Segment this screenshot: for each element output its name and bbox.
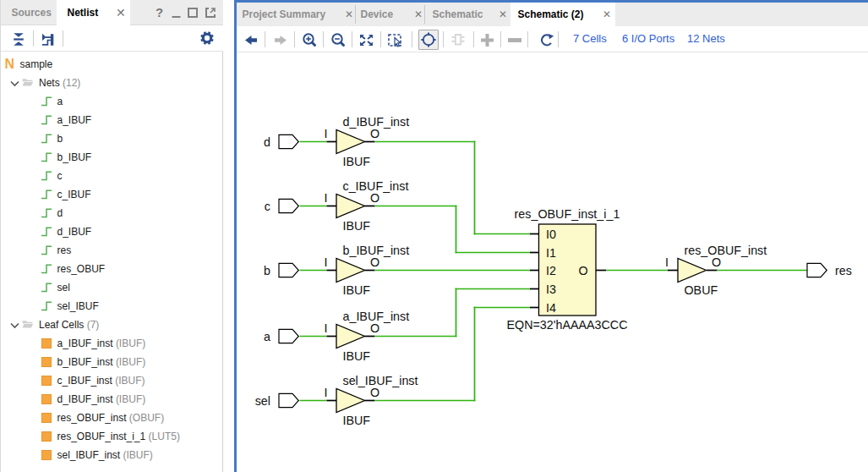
svg-text:IBUF: IBUF	[343, 414, 371, 427]
svg-text:I2: I2	[546, 264, 556, 277]
svg-text:O: O	[370, 386, 379, 399]
svg-text:c: c	[265, 200, 270, 213]
svg-text:OBUF: OBUF	[685, 283, 718, 297]
svg-text:res: res	[835, 264, 852, 277]
svg-text:I: I	[324, 386, 327, 399]
svg-text:O: O	[370, 127, 379, 140]
svg-text:O: O	[370, 321, 379, 335]
svg-text:a_IBUF_inst: a_IBUF_inst	[343, 310, 410, 323]
svg-text:I: I	[665, 255, 669, 269]
svg-text:IBUF: IBUF	[343, 155, 371, 168]
svg-text:EQN=32'hAAAA3CCC: EQN=32'hAAAA3CCC	[507, 318, 628, 332]
svg-text:O: O	[370, 191, 379, 205]
svg-text:I4: I4	[546, 301, 556, 315]
svg-text:IBUF: IBUF	[343, 283, 371, 297]
svg-text:a: a	[264, 330, 270, 343]
svg-text:res_OBUF_inst_i_1: res_OBUF_inst_i_1	[515, 207, 620, 221]
svg-text:sel: sel	[255, 394, 270, 408]
svg-text:res_OBUF_inst: res_OBUF_inst	[685, 244, 767, 257]
svg-text:I3: I3	[546, 283, 556, 296]
svg-text:O: O	[712, 255, 721, 269]
svg-text:d: d	[264, 135, 270, 149]
svg-text:IBUF: IBUF	[343, 349, 371, 363]
svg-text:IBUF: IBUF	[343, 219, 371, 233]
svg-text:I0: I0	[546, 228, 556, 241]
svg-text:sel_IBUF_inst: sel_IBUF_inst	[343, 374, 418, 387]
svg-text:I: I	[324, 127, 327, 140]
svg-text:I1: I1	[546, 246, 556, 260]
svg-text:b: b	[264, 264, 270, 277]
svg-text:O: O	[370, 255, 379, 269]
svg-text:c_IBUF_inst: c_IBUF_inst	[343, 179, 409, 193]
svg-text:I: I	[324, 255, 327, 269]
svg-text:O: O	[578, 264, 587, 277]
svg-text:I: I	[324, 321, 327, 335]
svg-text:d_IBUF_inst: d_IBUF_inst	[343, 115, 410, 129]
svg-text:b_IBUF_inst: b_IBUF_inst	[343, 244, 410, 257]
svg-text:I: I	[324, 191, 327, 205]
